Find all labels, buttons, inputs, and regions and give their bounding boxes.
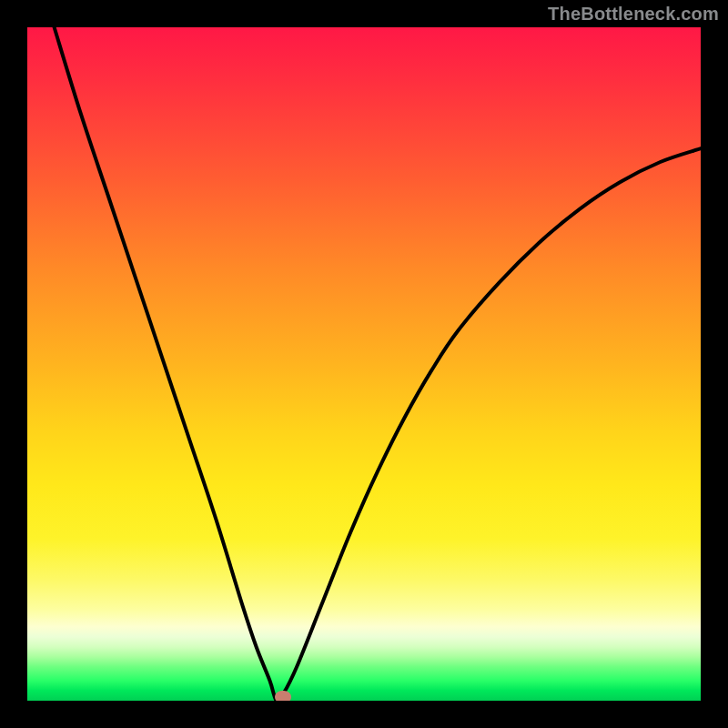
minimum-marker — [275, 691, 291, 701]
watermark-text: TheBottleneck.com — [548, 4, 719, 25]
curve-svg — [27, 27, 701, 701]
chart-frame: TheBottleneck.com — [0, 0, 728, 728]
plot-area — [27, 27, 701, 701]
bottleneck-curve — [55, 27, 701, 701]
